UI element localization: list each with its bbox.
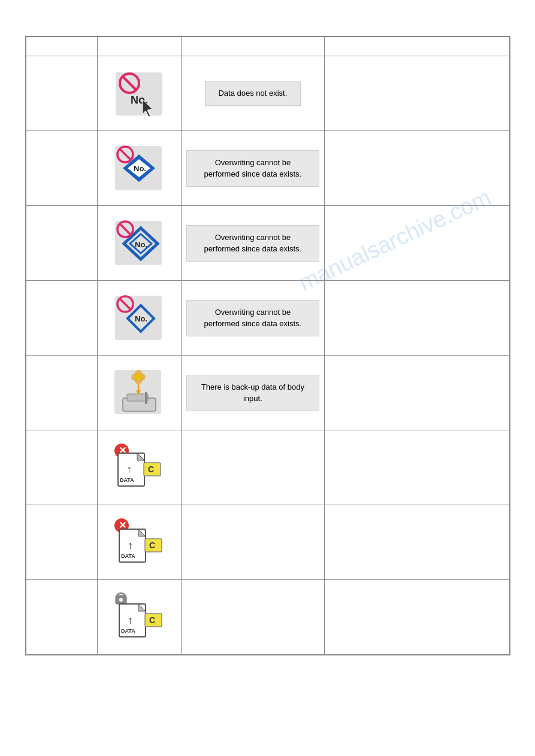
cell-desc-row1: Data does not exist.: [181, 56, 325, 131]
svg-rect-24: [127, 394, 148, 401]
main-table: No. Data does not exist.: [25, 36, 510, 655]
description-text-row4: Overwriting cannot be performed since da…: [204, 308, 302, 329]
table-row: No. Data does not exist.: [26, 56, 509, 131]
cell-col1-row6: [26, 430, 97, 505]
svg-text:DATA: DATA: [121, 628, 135, 634]
header-col3: [181, 37, 325, 56]
table-row: No. Overwriting cannot be performed sinc…: [26, 206, 509, 281]
description-text-row2: Overwriting cannot be performed since da…: [204, 158, 302, 179]
cell-desc-row2: Overwriting cannot be performed since da…: [181, 131, 325, 206]
svg-text:No.: No.: [134, 164, 146, 173]
cell-desc-row3: Overwriting cannot be performed since da…: [181, 206, 325, 281]
svg-point-30: [135, 374, 141, 380]
cell-icon-row4: No.: [97, 281, 181, 356]
cell-desc-row6: [181, 430, 325, 505]
error-data-file-icon2: ✕ ↑ DATA: [111, 515, 168, 570]
no-cursor-icon: No.: [113, 66, 165, 120]
header-col2: [97, 37, 181, 56]
table-row: No. Overwriting cannot be performed sinc…: [26, 281, 509, 356]
cell-extra-row4: [325, 281, 509, 356]
cell-col1-row8: [26, 580, 97, 655]
description-box-row4: Overwriting cannot be performed since da…: [186, 300, 320, 336]
description-box-row2: Overwriting cannot be performed since da…: [186, 150, 320, 187]
svg-rect-25: [145, 392, 147, 404]
table-row: ✕ ↑ DATA: [26, 505, 509, 580]
cell-icon-row7: ✕ ↑ DATA: [97, 505, 181, 580]
cell-col1-row2: [26, 131, 97, 206]
svg-text:↑: ↑: [126, 463, 132, 475]
cell-col1-row4: [26, 281, 97, 356]
cell-icon-row2: No.: [97, 131, 181, 206]
cell-extra-row6: [325, 430, 509, 505]
svg-text:↑: ↑: [128, 614, 133, 626]
error-data-file-icon: ✕ ↑ DATA: [111, 440, 168, 496]
table-row: There is back-up data of body input.: [26, 356, 509, 430]
description-box-row5: There is back-up data of body input.: [186, 375, 320, 411]
svg-text:↑: ↑: [128, 539, 133, 551]
cell-desc-row5: There is back-up data of body input.: [181, 356, 325, 430]
cell-extra-row7: [325, 505, 509, 580]
svg-text:No.: No.: [135, 240, 147, 249]
cell-col1-row3: [26, 206, 97, 281]
svg-point-52: [119, 598, 123, 602]
cell-extra-row1: [325, 56, 509, 131]
no-diamond-small-icon: No.: [112, 291, 166, 345]
cell-col1-row5: [26, 356, 97, 430]
table-row: ✕ ↑ DATA: [26, 430, 509, 505]
cell-col1-row1: [26, 56, 97, 131]
cell-icon-row8: ↑ DATA C: [97, 580, 181, 655]
no-diamond-filled-icon: No.: [112, 141, 166, 195]
description-box-row3: Overwriting cannot be performed since da…: [186, 225, 320, 262]
svg-text:DATA: DATA: [121, 553, 135, 559]
description-box-row1: Data does not exist.: [205, 81, 301, 106]
svg-text:C: C: [149, 615, 155, 625]
svg-text:No.: No.: [135, 314, 147, 323]
svg-text:C: C: [148, 464, 154, 474]
flower-sewing-icon: [112, 365, 166, 421]
cell-icon-row1: No.: [97, 56, 181, 131]
header-col4: [325, 37, 509, 56]
description-text-row3: Overwriting cannot be performed since da…: [204, 233, 302, 254]
svg-text:C: C: [149, 541, 155, 550]
description-text-row1: Data does not exist.: [218, 89, 287, 98]
cell-icon-row3: No.: [97, 206, 181, 281]
table-row: ↑ DATA C: [26, 580, 509, 655]
cell-col1-row7: [26, 505, 97, 580]
cell-desc-row7: [181, 505, 325, 580]
cell-extra-row3: [325, 206, 509, 281]
cell-desc-row4: Overwriting cannot be performed since da…: [181, 281, 325, 356]
cell-extra-row5: [325, 356, 509, 430]
cell-icon-row6: ✕ ↑ DATA: [97, 430, 181, 505]
header-col1: [26, 37, 97, 56]
cell-desc-row8: [181, 580, 325, 655]
svg-text:DATA: DATA: [120, 477, 134, 483]
cell-icon-row5: [97, 356, 181, 430]
description-text-row5: There is back-up data of body input.: [201, 382, 304, 403]
no-diamond-outline-icon: No.: [112, 216, 166, 270]
table-row: No. Overwriting cannot be performed sinc…: [26, 131, 509, 206]
cell-extra-row8: [325, 580, 509, 655]
lock-data-file-icon: ↑ DATA C: [111, 590, 168, 645]
cell-extra-row2: [325, 131, 509, 206]
